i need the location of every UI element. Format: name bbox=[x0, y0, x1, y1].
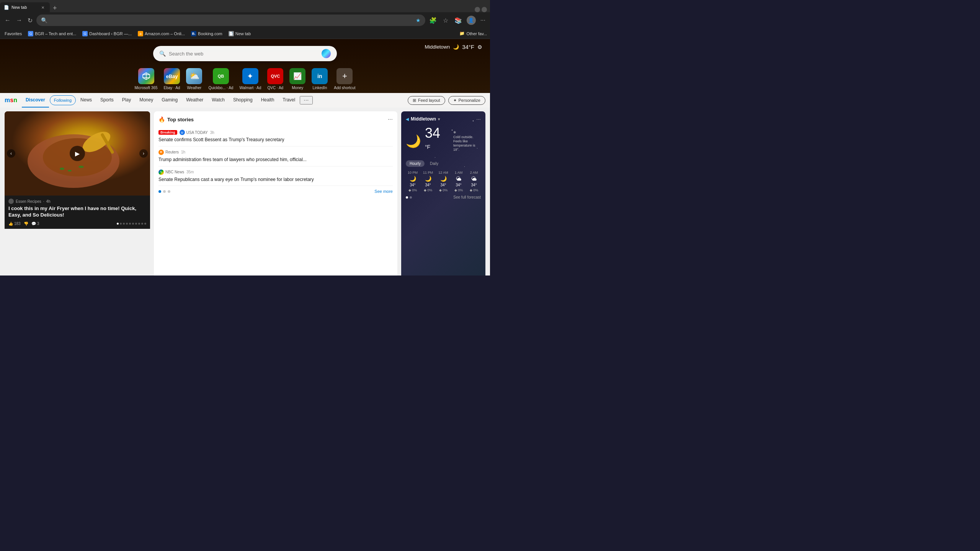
shortcut-microsoft365-label: Microsoft 365 bbox=[135, 86, 158, 90]
hero-dislike-button[interactable]: 👎 bbox=[24, 222, 28, 226]
profile-avatar[interactable]: 👤 bbox=[467, 16, 476, 25]
weather-hour-11pm[interactable]: 11 PM 🌙 34° ◆ 0% bbox=[421, 171, 435, 192]
fav-booking[interactable]: B. Booking.com bbox=[189, 30, 224, 37]
nav-tab-sports[interactable]: Sports bbox=[96, 93, 118, 108]
hero-like-button[interactable]: 👍 183 bbox=[8, 222, 21, 226]
forward-button[interactable]: → bbox=[15, 15, 24, 25]
shortcut-qvc[interactable]: QVC QVC · Ad bbox=[267, 68, 283, 90]
shortcut-add[interactable]: + Add shortcut bbox=[334, 68, 355, 90]
fav-amazon[interactable]: a Amazon.com – Onli... bbox=[136, 30, 186, 37]
hero-next-button[interactable]: › bbox=[139, 149, 148, 158]
nav-tab-discover[interactable]: Discover bbox=[22, 93, 49, 108]
hero-dot-7 bbox=[135, 223, 137, 225]
story-item-1[interactable]: Breaking U USA TODAY 3h Senate confirms … bbox=[158, 127, 393, 147]
hero-prev-button[interactable]: ‹ bbox=[7, 149, 15, 158]
weather-hour-2am[interactable]: 2 AM 🌥 34° ◆ 0% bbox=[467, 171, 481, 192]
weather-hour-12am[interactable]: 12 AM 🌙 34° ◆ 0% bbox=[436, 171, 450, 192]
weather-daily-tab[interactable]: Daily bbox=[426, 160, 442, 167]
nav-tab-gaming[interactable]: Gaming bbox=[158, 93, 181, 108]
hero-dot-6 bbox=[132, 223, 134, 225]
nav-tab-watch[interactable]: Watch bbox=[208, 93, 229, 108]
fire-icon: 🔥 bbox=[158, 116, 165, 122]
story-item-2[interactable]: R Reuters 1h Trump administration fires … bbox=[158, 147, 393, 166]
fav-new-tab[interactable]: 📄 New tab bbox=[227, 30, 252, 37]
weather-tabs: Hourly Daily bbox=[406, 160, 481, 167]
shortcut-walmart[interactable]: ✦ Walmart · Ad bbox=[239, 68, 261, 90]
weather-widget-header: ◀ Middletown ▾ ··· bbox=[406, 116, 481, 122]
tab-close-button[interactable]: × bbox=[40, 4, 46, 10]
hero-dot-3 bbox=[123, 223, 125, 225]
nav-more-button[interactable]: ··· bbox=[300, 96, 312, 104]
nav-tab-following[interactable]: Following bbox=[50, 95, 76, 105]
weather-location[interactable]: ◀ Middletown ▾ bbox=[406, 116, 440, 122]
msn-logo[interactable]: msn bbox=[5, 97, 17, 104]
story-1-meta: Breaking U USA TODAY 3h bbox=[158, 130, 393, 135]
see-full-forecast-button[interactable]: See full forecast bbox=[453, 195, 481, 199]
weather-main-display: 🌙 34 °F ❄ Cold outside. Feels like tempe… bbox=[406, 125, 481, 157]
minimize-button[interactable] bbox=[475, 7, 480, 12]
weather-more-button[interactable]: ··· bbox=[476, 116, 481, 122]
shortcut-ebay[interactable]: eBay Ebay · Ad bbox=[164, 68, 180, 90]
hero-comment-button[interactable]: 💬 3 bbox=[31, 222, 39, 226]
fav-bgr-tech[interactable]: G BGR – Tech and ent... bbox=[26, 30, 78, 37]
reuters-icon: R bbox=[158, 150, 164, 155]
shortcuts-bar: Microsoft 365 eBay Ebay · Ad ⛅ Weather Q… bbox=[0, 65, 490, 93]
msn-main-content: ‹ ▶ › Essen Recipes · 4h I cook this in … bbox=[0, 108, 490, 276]
weather-hour-icon-2: 🌙 bbox=[440, 176, 447, 182]
feed-layout-button[interactable]: ⊞ Feed layout bbox=[408, 96, 445, 105]
shortcut-microsoft365[interactable]: Microsoft 365 bbox=[135, 68, 158, 90]
hero-dot-9 bbox=[141, 223, 143, 225]
msn-nav: msn Discover Following News Sports Play … bbox=[0, 93, 490, 108]
see-more-button[interactable]: See more bbox=[374, 189, 393, 194]
msn-search-input[interactable] bbox=[169, 51, 318, 57]
weather-hour-1am[interactable]: 1 AM 🌥 34° ◆ 0% bbox=[452, 171, 466, 192]
active-tab[interactable]: 📄 New tab × bbox=[0, 2, 50, 12]
shortcut-linkedin[interactable]: in LinkedIn bbox=[312, 68, 328, 90]
nav-actions: 🧩 ☆ 📚 👤 ··· bbox=[428, 15, 487, 26]
bookmark-star-icon[interactable]: ★ bbox=[416, 17, 421, 23]
nav-tab-shopping[interactable]: Shopping bbox=[229, 93, 256, 108]
page-settings-icon[interactable]: ⚙ bbox=[477, 44, 482, 50]
story-1-source: U USA TODAY bbox=[180, 130, 208, 135]
shortcut-weather[interactable]: ⛅ Weather bbox=[186, 68, 202, 90]
fav-bgr-dashboard[interactable]: G Dashboard ‹ BGR —... bbox=[81, 30, 133, 37]
nav-tab-news[interactable]: News bbox=[77, 93, 96, 108]
shortcut-quickbooks[interactable]: QB Quickbo... · Ad bbox=[208, 68, 233, 90]
nav-tab-weather[interactable]: Weather bbox=[182, 93, 207, 108]
new-tab-button[interactable]: + bbox=[50, 4, 60, 12]
story-2-title: Trump administration fires team of lawye… bbox=[158, 156, 393, 163]
other-favorites-button[interactable]: 📁 Other fav... bbox=[459, 31, 487, 36]
story-item-3[interactable]: N NBC News 35m Senate Republicans cast a… bbox=[158, 166, 393, 186]
weather-hourly-tab[interactable]: Hourly bbox=[406, 160, 425, 167]
stories-more-button[interactable]: ··· bbox=[388, 116, 393, 123]
stories-dots bbox=[158, 190, 170, 193]
nav-tab-health[interactable]: Health bbox=[257, 93, 278, 108]
personalize-button[interactable]: ✦ Personalize bbox=[448, 96, 485, 105]
weather-hour-icon-1: 🌙 bbox=[425, 176, 431, 182]
favorites-button[interactable]: ☆ bbox=[441, 15, 450, 26]
extensions-button[interactable]: 🧩 bbox=[428, 15, 438, 26]
breaking-badge: Breaking bbox=[158, 130, 177, 135]
copilot-icon[interactable] bbox=[322, 49, 331, 58]
hero-article[interactable]: ‹ ▶ › Essen Recipes · 4h I cook this in … bbox=[5, 111, 150, 276]
nav-tab-travel[interactable]: Travel bbox=[279, 93, 299, 108]
nav-tab-money[interactable]: Money bbox=[136, 93, 157, 108]
settings-menu-button[interactable]: ··· bbox=[479, 15, 487, 25]
shortcut-quickbooks-label: Quickbo... · Ad bbox=[208, 86, 233, 90]
weather-top-right[interactable]: Middletown 🌙 34°F ⚙ bbox=[425, 44, 482, 50]
favorites-bar: Favorites G BGR – Tech and ent... G Dash… bbox=[0, 28, 490, 39]
collections-button[interactable]: 📚 bbox=[453, 15, 464, 26]
weather-footer-dot-1 bbox=[406, 196, 408, 199]
hero-play-button[interactable]: ▶ bbox=[70, 146, 85, 161]
shortcut-ebay-label: Ebay · Ad bbox=[164, 86, 180, 90]
nav-tab-play[interactable]: Play bbox=[118, 93, 135, 108]
address-input[interactable] bbox=[51, 18, 413, 23]
address-bar[interactable]: 🔍 ★ bbox=[36, 15, 425, 26]
maximize-button[interactable] bbox=[482, 7, 487, 12]
back-button[interactable]: ← bbox=[3, 15, 12, 25]
refresh-button[interactable]: ↻ bbox=[26, 15, 34, 26]
weather-hour-10pm[interactable]: 10 PM 🌙 34° ◆ 0% bbox=[406, 171, 420, 192]
shortcut-money[interactable]: 📈 Money bbox=[289, 68, 305, 90]
search-icon: 🔍 bbox=[159, 51, 166, 57]
story-3-meta: N NBC News 35m bbox=[158, 170, 393, 175]
